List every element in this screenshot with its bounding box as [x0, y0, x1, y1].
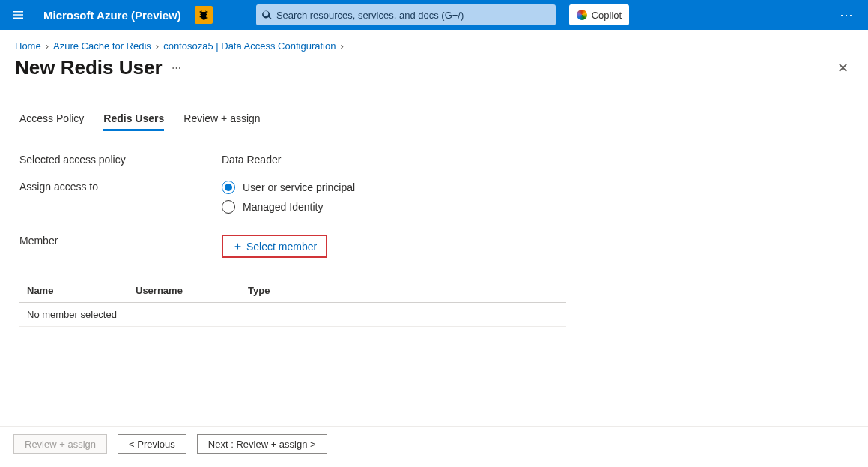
- radio-icon: [222, 200, 235, 214]
- plus-icon: ＋: [232, 239, 243, 253]
- col-username: Username: [136, 285, 248, 296]
- title-more-icon[interactable]: ⋯: [172, 62, 183, 73]
- next-button[interactable]: Next : Review + assign >: [197, 434, 327, 454]
- global-search[interactable]: [256, 4, 556, 25]
- radio-user-principal[interactable]: User or service principal: [222, 181, 355, 194]
- close-icon[interactable]: ✕: [832, 58, 853, 79]
- table-row-empty: No member selected: [19, 303, 566, 327]
- azure-top-header: Microsoft Azure (Preview) Copilot ⋯: [0, 0, 868, 30]
- preview-bug-icon[interactable]: [195, 6, 213, 24]
- previous-button[interactable]: < Previous: [118, 434, 186, 454]
- radio-icon: [222, 181, 235, 194]
- radio-user-label: User or service principal: [243, 181, 355, 193]
- breadcrumb-resource[interactable]: contosoza5 | Data Access Configuration: [163, 40, 336, 52]
- header-more-icon[interactable]: ⋯: [832, 7, 862, 23]
- title-row: New Redis User ⋯ ✕: [0, 52, 868, 79]
- page-title: New Redis User: [15, 56, 163, 79]
- select-member-label: Select member: [246, 241, 317, 253]
- selected-policy-value: Data Reader: [222, 154, 281, 166]
- copilot-label: Copilot: [592, 10, 622, 21]
- member-table: Name Username Type No member selected: [19, 279, 566, 327]
- chevron-right-icon: ›: [46, 40, 49, 52]
- review-assign-button: Review + assign: [13, 434, 107, 454]
- selected-policy-label: Selected access policy: [19, 154, 222, 166]
- tab-access-policy[interactable]: Access Policy: [19, 112, 84, 131]
- tab-strip: Access Policy Redis Users Review + assig…: [0, 79, 868, 131]
- menu-icon[interactable]: [6, 3, 30, 27]
- empty-message: No member selected: [27, 309, 559, 320]
- copilot-button[interactable]: Copilot: [569, 4, 629, 25]
- breadcrumb: Home › Azure Cache for Redis › contosoza…: [0, 30, 868, 52]
- chevron-right-icon: ›: [340, 40, 343, 52]
- col-name: Name: [27, 285, 136, 296]
- member-label: Member: [19, 235, 222, 247]
- radio-managed-label: Managed Identity: [243, 201, 323, 213]
- radio-managed-identity[interactable]: Managed Identity: [222, 200, 355, 214]
- form-section: Selected access policy Data Reader Assig…: [0, 131, 868, 258]
- breadcrumb-home[interactable]: Home: [15, 40, 41, 52]
- breadcrumb-cache[interactable]: Azure Cache for Redis: [53, 40, 151, 52]
- tab-review-assign[interactable]: Review + assign: [183, 112, 260, 131]
- search-icon: [262, 10, 272, 20]
- chevron-right-icon: ›: [156, 40, 159, 52]
- table-header-row: Name Username Type: [19, 279, 566, 303]
- tab-redis-users[interactable]: Redis Users: [103, 112, 164, 131]
- copilot-icon: [577, 10, 587, 20]
- assign-access-label: Assign access to: [19, 181, 222, 193]
- search-input[interactable]: [276, 10, 550, 21]
- brand-label[interactable]: Microsoft Azure (Preview): [36, 9, 189, 22]
- select-member-button[interactable]: ＋ Select member: [222, 235, 327, 258]
- footer-bar: Review + assign < Previous Next : Review…: [0, 426, 868, 454]
- col-type: Type: [248, 285, 559, 296]
